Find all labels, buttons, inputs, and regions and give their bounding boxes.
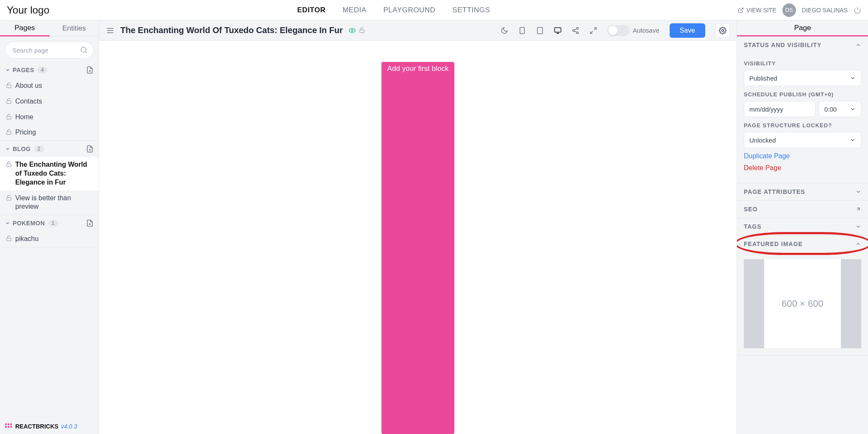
pokemon-count-badge: 1 — [48, 220, 58, 227]
editor-toolbar: The Enchanting World Of Tuxedo Cats: Ele… — [99, 20, 737, 41]
canvas: Add your first block — [99, 41, 737, 434]
tab-pages[interactable]: Pages — [0, 20, 50, 36]
unlock-icon — [359, 27, 365, 33]
sidebar: Pages Entities PAGES 4 About us Contacts… — [0, 20, 99, 434]
autosave-toggle[interactable] — [607, 25, 629, 36]
nav-media[interactable]: MEDIA — [342, 6, 366, 14]
phone-icon[interactable] — [518, 27, 526, 34]
svg-rect-3 — [7, 116, 11, 119]
featured-image-placeholder[interactable]: 600 × 600 — [744, 259, 861, 348]
unlock-icon — [6, 98, 12, 104]
group-blog-header[interactable]: BLOG 2 — [0, 141, 99, 157]
search-wrapper — [5, 42, 94, 59]
chevron-up-icon — [855, 241, 861, 247]
delete-page-link[interactable]: Delete Page — [744, 164, 861, 172]
svg-point-16 — [722, 29, 724, 31]
section-tags-header[interactable]: TAGS — [737, 218, 868, 235]
nav-editor[interactable]: EDITOR — [297, 6, 326, 14]
visibility-label: VISIBILITY — [744, 60, 861, 67]
visibility-select[interactable]: Published — [744, 70, 861, 86]
pages-count-badge: 4 — [37, 67, 47, 73]
eye-icon — [349, 27, 356, 34]
svg-rect-12 — [554, 28, 561, 32]
external-icon — [855, 206, 861, 212]
sidebar-item-pikachu[interactable]: pikachu — [0, 231, 99, 247]
share-icon[interactable] — [572, 27, 579, 34]
nav-settings[interactable]: SETTINGS — [452, 6, 490, 14]
inspector-tab-page[interactable]: Page — [737, 20, 868, 36]
section-seo-header[interactable]: SEO — [737, 201, 868, 218]
expand-icon[interactable] — [590, 27, 597, 34]
svg-rect-6 — [7, 197, 11, 200]
chevron-down-icon — [850, 137, 856, 143]
section-status-header[interactable]: STATUS AND VISIBILITY — [737, 36, 868, 53]
section-attributes-header[interactable]: PAGE ATTRIBUTES — [737, 183, 868, 200]
group-pages-header[interactable]: PAGES 4 — [0, 62, 99, 78]
add-blog-icon[interactable] — [86, 145, 94, 153]
unlock-icon — [6, 161, 12, 167]
logo: Your logo — [7, 4, 50, 16]
external-link-icon — [738, 7, 744, 13]
svg-rect-9 — [360, 30, 364, 32]
locked-select[interactable]: Unlocked — [744, 132, 861, 148]
sidebar-item-contacts[interactable]: Contacts — [0, 94, 99, 109]
unlock-icon — [6, 114, 12, 120]
svg-point-13 — [576, 27, 579, 29]
chevron-down-icon — [855, 189, 861, 195]
brand-dots-icon — [5, 423, 13, 429]
section-featured-header[interactable]: FEATURED IMAGE — [737, 235, 868, 252]
moon-icon[interactable] — [501, 27, 508, 34]
add-pokemon-icon[interactable] — [86, 219, 94, 227]
svg-rect-5 — [7, 164, 11, 167]
chevron-down-icon — [5, 67, 10, 73]
unlock-icon — [6, 129, 12, 135]
sidebar-item-about[interactable]: About us — [0, 78, 99, 94]
blog-count-badge: 2 — [34, 146, 44, 152]
schedule-label: SCHEDULE PUBLISH (GMT+0) — [744, 91, 861, 98]
chevron-down-icon — [855, 224, 861, 230]
power-icon[interactable] — [854, 6, 861, 14]
autosave-label: Autosave — [633, 27, 659, 34]
schedule-date-input[interactable]: mm/dd/yyyy — [744, 101, 815, 117]
settings-button[interactable] — [715, 23, 730, 38]
chevron-up-icon — [855, 42, 861, 48]
unlock-icon — [6, 82, 12, 88]
svg-rect-4 — [7, 132, 11, 134]
svg-point-15 — [576, 32, 579, 34]
schedule-time-select[interactable]: 0:00 — [819, 101, 861, 117]
chevron-down-icon — [850, 106, 856, 112]
gear-icon — [719, 27, 726, 34]
svg-rect-7 — [7, 238, 11, 241]
chevron-down-icon — [5, 146, 10, 151]
sidebar-item-view[interactable]: View is better than preview — [0, 190, 99, 215]
chevron-down-icon — [850, 75, 856, 81]
group-pokemon-header[interactable]: POKEMON 1 — [0, 215, 99, 231]
menu-icon[interactable] — [106, 26, 114, 35]
user-name: DIEGO SALINAS — [802, 7, 848, 14]
svg-rect-2 — [7, 101, 11, 103]
tablet-icon[interactable] — [536, 27, 544, 34]
add-page-icon[interactable] — [86, 66, 94, 74]
svg-point-8 — [351, 30, 353, 31]
svg-point-14 — [573, 29, 575, 31]
unlock-icon — [6, 195, 12, 201]
search-icon — [80, 46, 88, 54]
page-title: The Enchanting World Of Tuxedo Cats: Ele… — [120, 25, 343, 35]
top-bar: Your logo EDITOR MEDIA PLAYGROUND SETTIN… — [0, 0, 868, 20]
view-site-link[interactable]: VIEW SITE — [738, 7, 776, 14]
desktop-icon[interactable] — [554, 27, 562, 34]
duplicate-page-link[interactable]: Duplicate Page — [744, 152, 861, 160]
sidebar-item-pricing[interactable]: Pricing — [0, 125, 99, 140]
nav-playground[interactable]: PLAYGROUND — [384, 6, 436, 14]
svg-rect-1 — [7, 85, 11, 87]
unlock-icon — [6, 235, 12, 241]
save-button[interactable]: Save — [670, 23, 705, 38]
tab-entities[interactable]: Entities — [50, 20, 99, 36]
sidebar-item-home[interactable]: Home — [0, 109, 99, 125]
brand-footer: REACTBRICKS v4.0.3 — [0, 419, 99, 434]
main-area: The Enchanting World Of Tuxedo Cats: Ele… — [99, 20, 737, 434]
avatar[interactable]: DS — [782, 3, 796, 17]
add-block-button[interactable]: Add your first block — [381, 62, 455, 434]
chevron-down-icon — [5, 221, 10, 226]
sidebar-item-tuxedo[interactable]: The Enchanting World of Tuxedo Cats: Ele… — [0, 157, 99, 190]
